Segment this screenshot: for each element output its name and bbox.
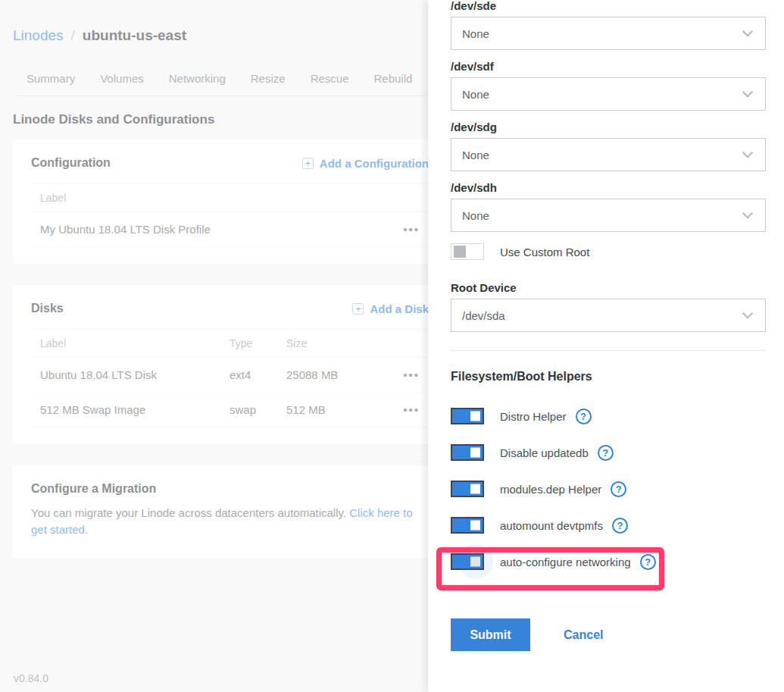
device-sde-value: None bbox=[462, 27, 489, 40]
helper-row-auto-configure-networking: auto-configure networking ? bbox=[451, 553, 766, 570]
divider bbox=[451, 350, 766, 351]
toggle-knob bbox=[470, 448, 480, 458]
helper-label: Distro Helper bbox=[500, 410, 567, 423]
helper-label: Disable updatedb bbox=[500, 446, 589, 459]
device-field-sdf: /dev/sdf None bbox=[451, 61, 766, 111]
device-field-label: /dev/sdh bbox=[451, 182, 766, 193]
device-field-label: /dev/sdg bbox=[451, 121, 766, 133]
device-sdf-value: None bbox=[462, 88, 489, 101]
help-icon[interactable]: ? bbox=[640, 554, 656, 570]
cancel-button[interactable]: Cancel bbox=[559, 628, 608, 643]
use-custom-root-row: Use Custom Root bbox=[451, 243, 766, 261]
helper-row-automount: automount devtpmfs ? bbox=[451, 517, 766, 534]
drawer-actions: Submit Cancel bbox=[451, 618, 766, 651]
use-custom-root-toggle[interactable] bbox=[451, 243, 484, 260]
modules-dep-helper-toggle[interactable] bbox=[451, 481, 484, 497]
helper-label: automount devtpmfs bbox=[500, 519, 603, 532]
helper-row-updatedb: Disable updatedb ? bbox=[451, 444, 766, 461]
help-icon[interactable]: ? bbox=[598, 445, 614, 461]
help-icon[interactable]: ? bbox=[611, 481, 626, 497]
device-field-sdg: /dev/sdg None bbox=[451, 121, 766, 171]
device-sdh-select[interactable]: None bbox=[451, 199, 766, 232]
toggle-knob bbox=[470, 557, 480, 567]
edit-configuration-drawer: /dev/sde None /dev/sdf None /dev/sdg Non… bbox=[428, 0, 784, 692]
use-custom-root-label: Use Custom Root bbox=[500, 246, 589, 258]
chevron-down-icon bbox=[742, 26, 753, 36]
chevron-down-icon bbox=[742, 308, 753, 318]
helper-row-distro: Distro Helper ? bbox=[451, 408, 766, 424]
device-field-label: /dev/sde bbox=[451, 0, 766, 11]
device-sdg-select[interactable]: None bbox=[451, 138, 766, 171]
root-device-select[interactable]: /dev/sda bbox=[451, 299, 766, 332]
chevron-down-icon bbox=[742, 208, 753, 218]
device-sdh-value: None bbox=[462, 209, 489, 222]
submit-button[interactable]: Submit bbox=[451, 618, 530, 651]
distro-helper-toggle[interactable] bbox=[451, 408, 484, 424]
root-device-value: /dev/sda bbox=[462, 309, 505, 322]
automount-devtpmfs-toggle[interactable] bbox=[451, 517, 484, 534]
device-field-sdh: /dev/sdh None bbox=[451, 182, 766, 232]
device-sde-select[interactable]: None bbox=[451, 17, 766, 50]
helpers-section-title: Filesystem/Boot Helpers bbox=[451, 371, 766, 383]
helper-row-modules-dep: modules.dep Helper ? bbox=[451, 481, 766, 497]
toggle-knob bbox=[470, 412, 480, 421]
auto-configure-networking-toggle[interactable] bbox=[451, 553, 484, 570]
device-field-label: /dev/sdf bbox=[451, 61, 766, 72]
toggle-knob bbox=[470, 484, 480, 494]
root-device-field: Root Device /dev/sda bbox=[451, 282, 766, 332]
chevron-down-icon bbox=[742, 147, 753, 158]
helper-label: modules.dep Helper bbox=[500, 483, 601, 496]
device-field-sde: /dev/sde None bbox=[451, 0, 766, 50]
device-sdg-value: None bbox=[462, 149, 489, 161]
toggle-knob bbox=[470, 521, 480, 531]
helpers-list: Distro Helper ? Disable updatedb ? modul… bbox=[451, 408, 766, 570]
help-icon[interactable]: ? bbox=[576, 409, 592, 424]
chevron-down-icon bbox=[742, 86, 753, 97]
help-icon[interactable]: ? bbox=[612, 518, 628, 534]
disable-updatedb-toggle[interactable] bbox=[451, 444, 484, 461]
helper-label: auto-configure networking bbox=[500, 556, 631, 568]
root-device-label: Root Device bbox=[451, 282, 766, 293]
device-sdf-select[interactable]: None bbox=[451, 77, 766, 111]
toggle-knob bbox=[454, 246, 466, 258]
